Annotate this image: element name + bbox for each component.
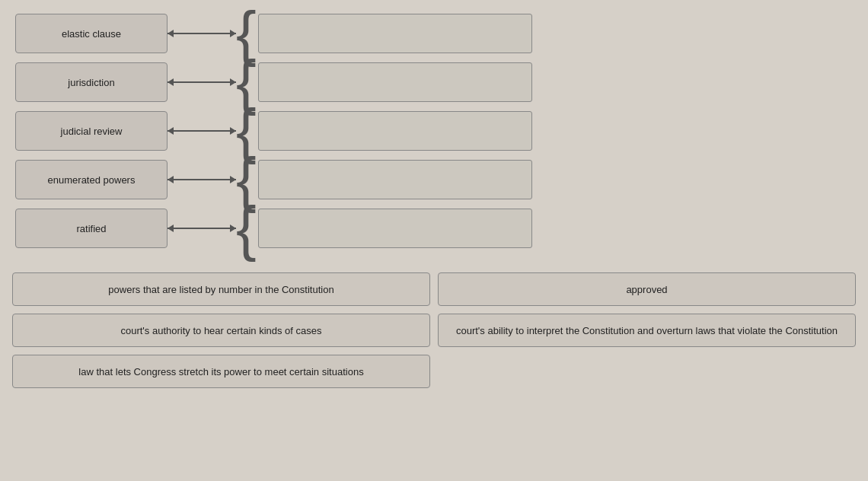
definition-card-2[interactable]: approved <box>438 272 856 306</box>
definition-card-1[interactable]: powers that are listed by number in the … <box>12 272 430 306</box>
match-row-2: jurisdiction { <box>15 62 853 102</box>
arrow-elastic-clause <box>168 33 236 34</box>
match-row-3: judicial review { <box>15 111 853 151</box>
term-ratified[interactable]: ratified <box>15 209 168 248</box>
drop-area-3[interactable] <box>258 111 532 151</box>
drop-area-4[interactable] <box>258 160 532 199</box>
drop-area-5[interactable] <box>258 209 532 248</box>
bracket-5: { <box>236 209 257 248</box>
term-elastic-clause[interactable]: elastic clause <box>15 14 168 53</box>
drop-area-1[interactable] <box>258 14 532 53</box>
definition-card-4[interactable]: court's ability to interpret the Constit… <box>438 314 856 347</box>
top-section: elastic clause { jurisdiction { judicial… <box>0 0 868 259</box>
arrow-ratified <box>168 228 236 229</box>
arrow-judicial-review <box>168 130 236 132</box>
match-row-5: ratified { <box>15 209 853 248</box>
bottom-section: powers that are listed by number in the … <box>0 266 868 394</box>
term-judicial-review[interactable]: judicial review <box>15 111 168 151</box>
arrow-jurisdiction <box>168 81 236 83</box>
definition-card-3[interactable]: court's authority to hear certain kinds … <box>12 314 430 347</box>
match-row-4: enumerated powers { <box>15 160 853 199</box>
definition-card-5[interactable]: law that lets Congress stretch its power… <box>12 355 430 388</box>
term-jurisdiction[interactable]: jurisdiction <box>15 62 168 102</box>
arrow-enumerated-powers <box>168 179 236 180</box>
drop-area-2[interactable] <box>258 62 532 102</box>
match-row-1: elastic clause { <box>15 14 853 53</box>
term-enumerated-powers[interactable]: enumerated powers <box>15 160 168 199</box>
